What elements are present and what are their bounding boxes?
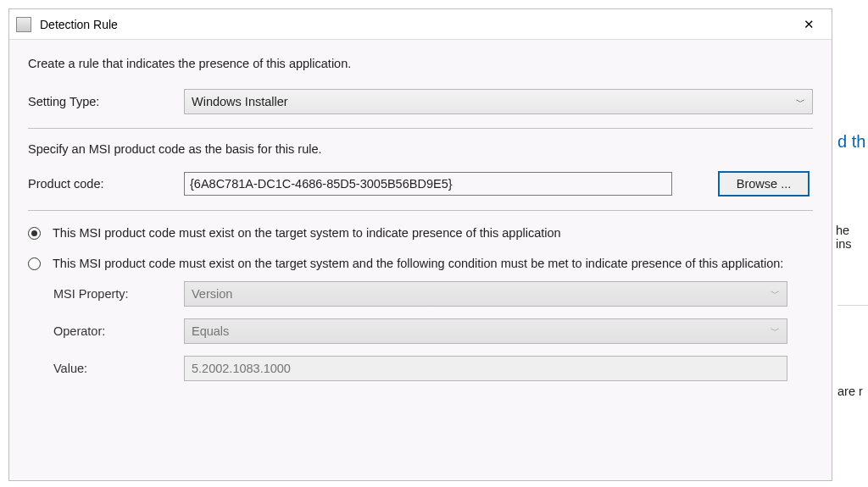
- operator-value: Equals: [192, 324, 229, 338]
- detection-rule-dialog: Detection Rule ✕ Create a rule that indi…: [8, 8, 832, 481]
- divider-2: [28, 210, 813, 211]
- chevron-down-icon: ﹀: [771, 287, 780, 300]
- background-text-he-ins: he ins: [836, 224, 868, 251]
- msi-property-row: MSI Property: Version ﹀: [53, 281, 813, 307]
- background-text-are-r: are r: [837, 385, 863, 398]
- value-row: Value: 5.2002.1083.1000: [53, 356, 813, 381]
- radio-option-2[interactable]: [28, 257, 41, 270]
- operator-row: Operator: Equals ﹀: [53, 318, 813, 344]
- product-code-label: Product code:: [28, 177, 184, 191]
- chevron-down-icon: ﹀: [771, 324, 780, 337]
- value-value: 5.2002.1083.1000: [192, 362, 291, 375]
- product-code-row: Product code: Browse ...: [28, 171, 813, 196]
- operator-label: Operator:: [53, 324, 184, 338]
- radio-option-1[interactable]: [28, 227, 41, 240]
- app-icon: [16, 17, 31, 32]
- instruction-create-rule: Create a rule that indicates the presenc…: [28, 57, 813, 70]
- value-label: Value:: [53, 362, 184, 375]
- radio-option-1-label: This MSI product code must exist on the …: [53, 224, 561, 241]
- background-link-fragment: d th: [837, 132, 865, 152]
- msi-property-value: Version: [192, 287, 232, 301]
- value-input: 5.2002.1083.1000: [184, 356, 787, 381]
- background-divider: [837, 305, 868, 306]
- radio-option-1-row[interactable]: This MSI product code must exist on the …: [28, 224, 813, 241]
- product-code-input[interactable]: [184, 172, 672, 196]
- dialog-body: Create a rule that indicates the presenc…: [9, 40, 832, 407]
- setting-type-value: Windows Installer: [192, 95, 288, 108]
- msi-property-label: MSI Property:: [53, 287, 184, 301]
- dialog-title: Detection Rule: [40, 18, 789, 31]
- condition-subform: MSI Property: Version ﹀ Operator: Equals…: [53, 281, 813, 381]
- titlebar: Detection Rule ✕: [9, 9, 832, 40]
- divider-1: [28, 128, 813, 129]
- instruction-specify-msi: Specify an MSI product code as the basis…: [28, 142, 813, 156]
- setting-type-row: Setting Type: Windows Installer ﹀: [28, 89, 813, 114]
- radio-option-2-label: This MSI product code must exist on the …: [53, 255, 783, 272]
- setting-type-label: Setting Type:: [28, 95, 184, 108]
- operator-dropdown: Equals ﹀: [184, 318, 787, 344]
- browse-button[interactable]: Browse ...: [718, 171, 810, 196]
- radio-option-2-row[interactable]: This MSI product code must exist on the …: [28, 255, 813, 272]
- radio-selected-dot-icon: [31, 230, 37, 236]
- close-icon: ✕: [804, 17, 815, 32]
- close-button[interactable]: ✕: [789, 12, 828, 37]
- setting-type-dropdown[interactable]: Windows Installer ﹀: [184, 89, 813, 114]
- chevron-down-icon: ﹀: [796, 96, 805, 108]
- msi-property-dropdown: Version ﹀: [184, 281, 787, 307]
